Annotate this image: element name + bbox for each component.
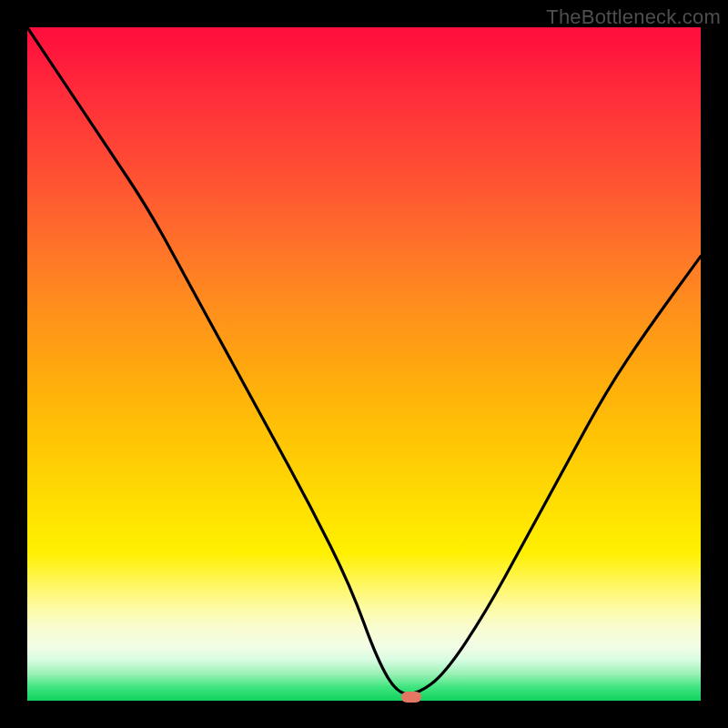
optimal-marker	[401, 692, 421, 703]
plot-area	[27, 27, 701, 701]
watermark-text: TheBottleneck.com	[546, 5, 721, 29]
chart-frame: TheBottleneck.com	[0, 0, 728, 728]
